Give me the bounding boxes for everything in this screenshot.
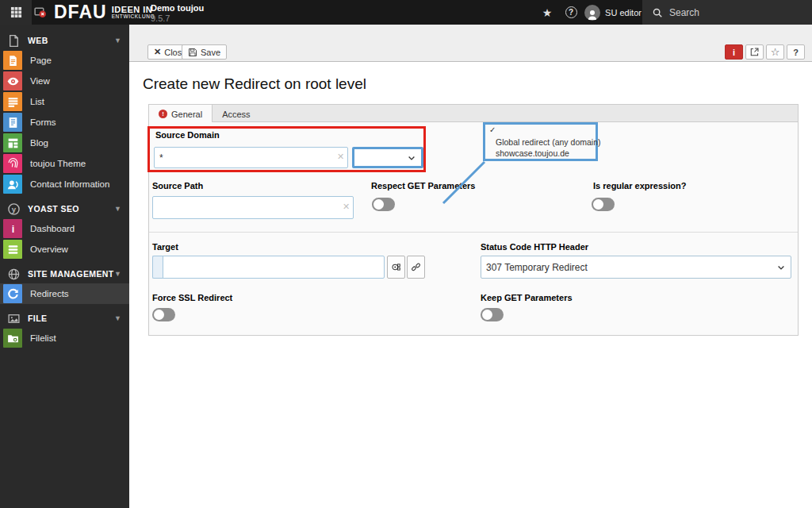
contact-icon — [3, 175, 22, 194]
redirect-icon — [3, 284, 22, 303]
record-state-badge: Redirect NEW — [278, 339, 812, 352]
grid-icon — [10, 6, 22, 18]
chevron-down-icon: ▼ — [114, 205, 121, 213]
section-label: WEB — [28, 36, 114, 45]
clear-cache-icon — [33, 6, 47, 19]
clear-icon[interactable]: ✕ — [337, 152, 344, 162]
help-button[interactable]: ? — [560, 0, 582, 25]
module-label: Blog — [30, 138, 48, 148]
info-icon — [3, 219, 22, 238]
fingerprint-icon — [3, 154, 22, 173]
sidebar-item-page[interactable]: Page — [0, 50, 129, 71]
chevron-down-icon: ▼ — [114, 37, 121, 44]
dfau-logo[interactable]: DFAU IDEEN IN ENTWICKLUNG — [54, 0, 155, 25]
sidebar-item-view[interactable]: View — [0, 71, 129, 91]
clear-icon[interactable]: ✕ — [343, 202, 350, 212]
keep-get-parameters-toggle[interactable] — [481, 308, 504, 321]
page-title: Create new Redirect on root level — [143, 75, 366, 93]
sidebar-item-filelist[interactable]: Filelist — [0, 328, 129, 348]
save-label: Save — [201, 48, 220, 57]
user-menu-button[interactable]: SU editor — [584, 0, 642, 25]
question-icon: ? — [793, 48, 799, 57]
sidebar-section-site-management[interactable]: SITE MANAGEMENT ▼ — [0, 264, 129, 283]
status-code-value: 307 Temporary Redirect — [486, 262, 776, 273]
force-ssl-redirect-toggle[interactable] — [152, 308, 175, 321]
browse-records-button[interactable] — [387, 256, 405, 279]
sidebar-item-list[interactable]: List — [0, 91, 129, 112]
sidebar-item-forms[interactable]: Forms — [0, 112, 129, 133]
sidebar-item-overview[interactable]: Overview — [0, 239, 129, 260]
target-input[interactable] — [163, 256, 385, 279]
module-label: Filelist — [30, 333, 56, 343]
sidebar-item-contact-information[interactable]: Contact Information — [0, 174, 129, 194]
user-icon — [586, 8, 599, 21]
source-domain-select[interactable] — [352, 147, 423, 168]
chevron-down-icon — [776, 263, 786, 272]
username: SU editor — [605, 8, 642, 17]
toolbar-search[interactable] — [642, 0, 812, 25]
typo3-version: 9.5.7 — [151, 13, 204, 24]
module-label: View — [30, 76, 50, 86]
module-menu: WEB ▼ Page View List Forms Blog toujou — [0, 25, 129, 508]
tab-content: Source Domain ✕ Source Path ✕ Respect GE… — [148, 122, 799, 336]
module-label: toujou Theme — [30, 159, 86, 168]
docheader-help-button[interactable]: ? — [787, 44, 805, 60]
logo-subtext: IDEEN IN ENTWICKLUNG — [112, 6, 155, 20]
keep-get-parameters-label: Keep GET Parameters — [481, 293, 573, 302]
clear-cache-button[interactable] — [29, 0, 51, 25]
module-label: Page — [30, 56, 52, 65]
link-wizard-button[interactable] — [407, 256, 425, 279]
form-panel: ! General Access Source Domain ✕ Source … — [148, 104, 799, 336]
sidebar-item-redirects[interactable]: Redirects — [0, 283, 129, 304]
status-code-label: Status Code HTTP Header — [481, 242, 588, 252]
sidebar-section-web[interactable]: WEB ▼ — [0, 31, 129, 50]
source-domain-label: Source Domain — [155, 130, 220, 140]
error-badge-icon: ! — [159, 110, 167, 118]
blog-icon — [3, 133, 22, 152]
list-icon — [3, 92, 22, 111]
help-icon: ? — [565, 6, 577, 18]
force-ssl-redirect-label: Force SSL Redirect — [152, 293, 232, 302]
close-icon: ✕ — [154, 47, 161, 57]
search-input[interactable] — [669, 7, 788, 18]
open-in-new-window-button[interactable] — [745, 44, 764, 60]
module-label: Contact Information — [30, 179, 109, 189]
record-info-button[interactable]: i — [725, 44, 743, 60]
module-label: Forms — [30, 117, 56, 127]
sidebar-item-toujou-theme[interactable]: toujou Theme — [0, 153, 129, 174]
target-label: Target — [152, 242, 178, 252]
source-domain-input[interactable] — [154, 147, 348, 168]
module-menu-toggle-button[interactable] — [0, 0, 32, 25]
folder-icon — [3, 329, 22, 348]
section-label: YOAST SEO — [28, 204, 114, 214]
source-path-label: Source Path — [152, 181, 203, 190]
external-link-icon — [749, 47, 760, 57]
save-button[interactable]: Save — [182, 44, 227, 60]
is-regular-expression-toggle[interactable] — [592, 198, 615, 211]
sidebar-section-file[interactable]: FILE ▼ — [0, 309, 129, 328]
bookmarks-button[interactable]: ★ — [536, 0, 558, 25]
chevron-down-icon: ▼ — [114, 270, 121, 278]
module-label: Dashboard — [30, 224, 75, 233]
sidebar-item-dashboard[interactable]: Dashboard — [0, 218, 129, 239]
sidebar-item-blog[interactable]: Blog — [0, 133, 129, 153]
section-label: FILE — [28, 314, 114, 323]
chevron-down-icon — [407, 153, 416, 163]
module-label: List — [30, 97, 44, 106]
target-input-prefix — [152, 256, 163, 279]
form-icon — [3, 113, 22, 132]
source-path-input[interactable] — [152, 196, 354, 219]
module-label: Overview — [30, 244, 68, 254]
save-icon — [188, 48, 197, 57]
respect-get-parameters-toggle[interactable] — [372, 198, 395, 211]
link-icon — [411, 262, 421, 272]
avatar — [584, 5, 600, 21]
sidebar-section-yoast-seo[interactable]: YOAST SEO ▼ — [0, 199, 129, 218]
is-regular-expression-label: Is regular expression? — [593, 181, 686, 190]
tab-access-label: Access — [222, 110, 250, 119]
add-bookmark-button[interactable]: ☆ — [766, 44, 784, 60]
status-code-select[interactable]: 307 Temporary Redirect — [481, 256, 791, 279]
tab-access[interactable]: Access — [213, 105, 259, 123]
bars-icon — [3, 240, 22, 259]
tab-general[interactable]: ! General — [149, 104, 213, 123]
